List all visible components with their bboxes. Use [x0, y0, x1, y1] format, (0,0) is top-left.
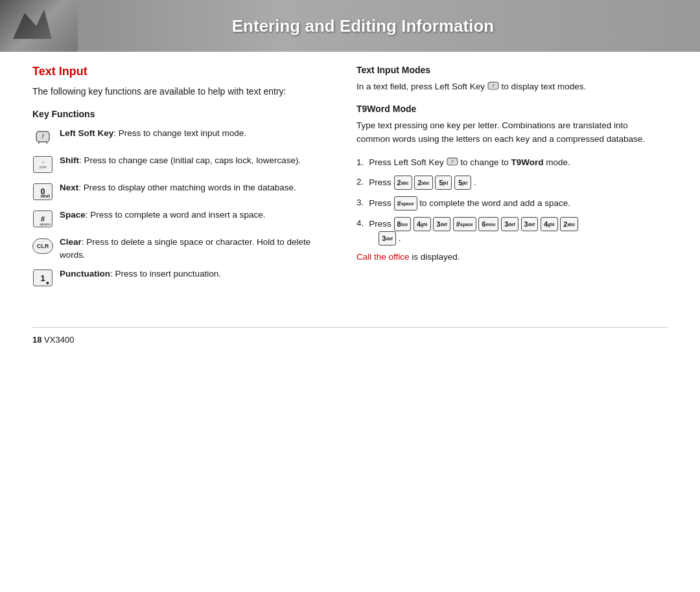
- key-3def-3: 3def: [521, 217, 539, 231]
- list-item: 2. Press 2abc 2abc 5jkl 5jkl .: [356, 176, 655, 190]
- t9word-desc: Type text pressing one key per letter. C…: [356, 119, 655, 146]
- list-item: * shift Shift: Press to change case (ini…: [32, 154, 331, 175]
- left-soft-key-icon: f: [32, 127, 53, 148]
- key-2abc-2: 2abc: [414, 176, 432, 190]
- text-input-modes-title: Text Input Modes: [356, 65, 655, 75]
- step-2-text: Press 2abc 2abc 5jkl 5jkl .: [369, 176, 476, 190]
- key-desc-punctuation: Punctuation: Press to insert punctuation…: [60, 268, 221, 280]
- punctuation-key-icon: 1 ☻: [32, 268, 53, 288]
- key-5jkl-1: 5jkl: [435, 176, 452, 190]
- list-item: 4. Press 8tuv 4ghi 3def #space 6mno 3def…: [356, 217, 655, 245]
- key-4ghi-1: 4ghi: [414, 217, 431, 231]
- key-5jkl-2: 5jkl: [454, 176, 471, 190]
- page-header: Entering and Editing Information: [0, 0, 700, 52]
- section-intro: The following key functions are availabl…: [32, 85, 331, 98]
- right-column: Text Input Modes In a text field, press …: [356, 65, 655, 295]
- key-functions-title: Key Functions: [32, 109, 331, 119]
- list-item: 0 next Next: Press to display other matc…: [32, 181, 331, 202]
- list-item: CLR Clear: Press to delete a single spac…: [32, 236, 331, 261]
- step-1-text: Press Left Soft Key f to change to T9Wor…: [369, 156, 570, 169]
- space-key-icon: # space: [32, 209, 53, 229]
- key-6mno: 6mno: [478, 217, 498, 231]
- step-4-text: Press 8tuv 4ghi 3def #space 6mno 3def 3d…: [369, 217, 578, 245]
- shift-key-icon: * shift: [32, 154, 53, 175]
- list-item: 3. Press #space to complete the word and…: [356, 196, 655, 211]
- key-desc-next: Next: Press to display other matching wo…: [60, 181, 296, 194]
- key-3def-2: 3def: [501, 217, 519, 231]
- key-desc-soft-key: Left Soft Key: Press to change text inpu…: [60, 127, 246, 140]
- header-image: [0, 0, 78, 52]
- key-3def-4: 3def: [379, 231, 396, 245]
- key-2abc-1: 2abc: [394, 176, 412, 190]
- next-key-icon: 0 next: [32, 181, 53, 202]
- key-functions-list: f Left Soft Key: Press to change text in…: [32, 127, 331, 288]
- key-hash-space-2: #space: [453, 217, 476, 231]
- key-desc-clear: Clear: Press to delete a single space or…: [60, 236, 331, 261]
- main-content: Text Input The following key functions a…: [0, 52, 700, 314]
- call-office-text: Call the office is displayed.: [356, 252, 655, 262]
- t9word-title: T9Word Mode: [356, 104, 655, 114]
- page-number: 18 VX3400: [32, 335, 74, 345]
- list-item: 1. Press Left Soft Key f to change to T9…: [356, 156, 655, 169]
- key-4ghi-2: 4ghi: [541, 217, 558, 231]
- section-title: Text Input: [32, 65, 331, 78]
- key-desc-shift: Shift: Press to change case (initial cap…: [60, 154, 301, 167]
- header-title: Entering and Editing Information: [78, 16, 700, 36]
- clear-key-icon: CLR: [32, 236, 53, 256]
- key-8tuv: 8tuv: [394, 217, 412, 231]
- key-hash-space: #space: [394, 196, 417, 211]
- left-column: Text Input The following key functions a…: [32, 65, 331, 295]
- key-3def-1: 3def: [433, 217, 450, 231]
- page-footer: 18 VX3400: [32, 327, 668, 345]
- key-desc-space: Space: Press to complete a word and inse…: [60, 209, 265, 222]
- text-input-modes-desc: In a text field, press Left Soft Key f t…: [356, 80, 655, 93]
- t9word-steps: 1. Press Left Soft Key f to change to T9…: [356, 156, 655, 245]
- step-3-text: Press #space to complete the word and ad…: [369, 196, 570, 211]
- list-item: f Left Soft Key: Press to change text in…: [32, 127, 331, 148]
- key-2abc-3: 2abc: [560, 217, 578, 231]
- list-item: # space Space: Press to complete a word …: [32, 209, 331, 229]
- list-item: 1 ☻ Punctuation: Press to insert punctua…: [32, 268, 331, 288]
